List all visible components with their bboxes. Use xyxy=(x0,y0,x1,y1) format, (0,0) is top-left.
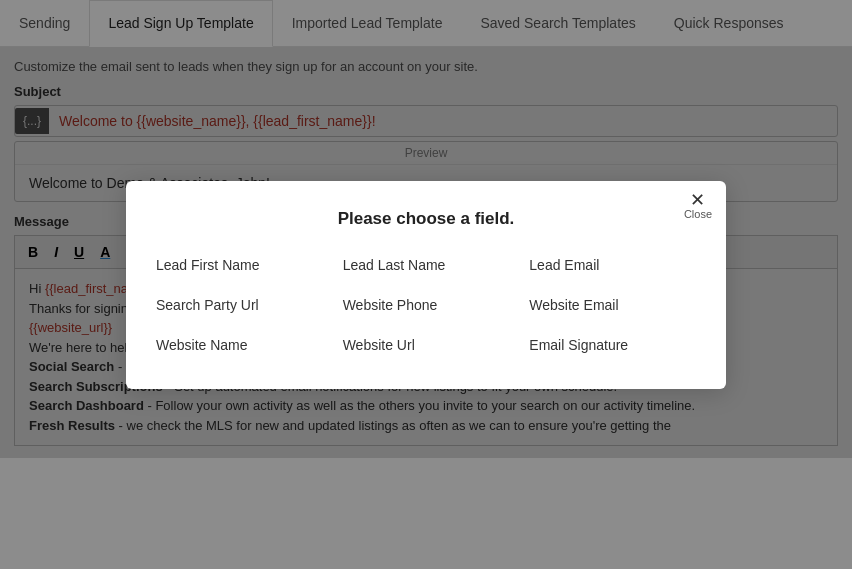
field-option-5[interactable]: Website Email xyxy=(529,293,696,317)
field-option-6[interactable]: Website Name xyxy=(156,333,323,357)
close-label: Close xyxy=(684,209,712,220)
close-icon: ✕ xyxy=(690,191,705,209)
modal-fields: Lead First Name Lead Last Name Lead Emai… xyxy=(156,253,696,357)
modal-close-button[interactable]: ✕ Close xyxy=(684,191,712,220)
field-option-4[interactable]: Website Phone xyxy=(343,293,510,317)
field-option-8[interactable]: Email Signature xyxy=(529,333,696,357)
modal: ✕ Close Please choose a field. Lead Firs… xyxy=(126,181,726,389)
modal-overlay: ✕ Close Please choose a field. Lead Firs… xyxy=(0,0,852,569)
field-option-0[interactable]: Lead First Name xyxy=(156,253,323,277)
modal-title: Please choose a field. xyxy=(156,209,696,229)
field-option-2[interactable]: Lead Email xyxy=(529,253,696,277)
field-option-3[interactable]: Search Party Url xyxy=(156,293,323,317)
field-option-7[interactable]: Website Url xyxy=(343,333,510,357)
field-option-1[interactable]: Lead Last Name xyxy=(343,253,510,277)
